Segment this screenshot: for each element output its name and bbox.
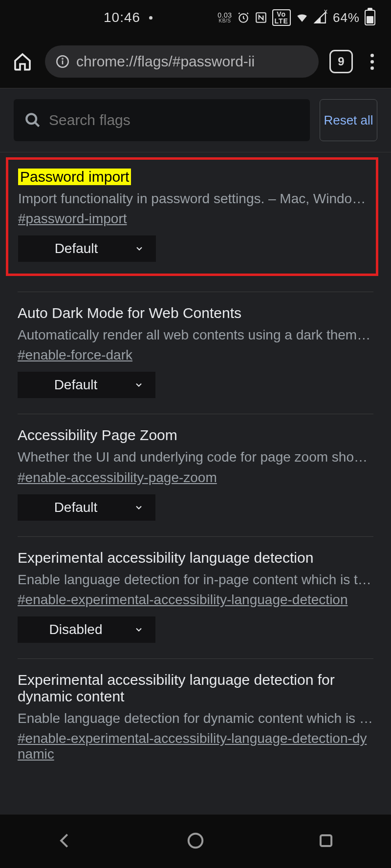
url-text: chrome://flags/#password-ii — [76, 53, 255, 70]
recents-button[interactable] — [317, 831, 335, 852]
dots-icon — [370, 54, 374, 57]
search-icon — [24, 112, 41, 128]
flag-title: Accessibility Page Zoom — [18, 427, 177, 444]
chevron-down-icon — [134, 244, 144, 254]
flags-page: Reset all Password import Import functio… — [0, 88, 391, 814]
flag-description: Enable language detection for dynamic co… — [18, 709, 373, 728]
battery-icon — [365, 10, 375, 25]
flag-accessibility-lang-detection: Experimental accessibility language dete… — [0, 537, 391, 643]
info-icon — [56, 55, 69, 68]
flag-title: Experimental accessibility language dete… — [18, 672, 373, 705]
svg-point-7 — [189, 833, 203, 847]
flag-accessibility-page-zoom: Accessibility Page Zoom Whether the UI a… — [0, 414, 391, 520]
nfc-icon — [255, 11, 267, 24]
system-nav-bar — [0, 814, 391, 868]
search-input[interactable] — [49, 112, 299, 128]
flag-description: Automatically render all web contents us… — [18, 325, 373, 344]
chevron-down-icon — [134, 380, 144, 390]
reset-all-button[interactable]: Reset all — [320, 99, 377, 141]
flag-description: Whether the UI and underlying code for p… — [18, 447, 373, 466]
flag-anchor-link[interactable]: #enable-accessibility-page-zoom — [18, 470, 217, 486]
flag-accessibility-lang-detection-dynamic: Experimental accessibility language dete… — [0, 659, 391, 771]
back-icon — [56, 831, 74, 850]
flag-select[interactable]: Default — [18, 494, 155, 521]
tab-count: 9 — [338, 55, 344, 68]
flag-anchor-link[interactable]: #enable-force-dark — [18, 347, 132, 363]
flag-anchor-link[interactable]: #enable-experimental-accessibility-langu… — [18, 731, 373, 762]
flag-password-import: Password import Import functionality in … — [6, 157, 378, 276]
square-icon — [317, 831, 335, 850]
circle-icon — [186, 831, 205, 850]
flag-auto-dark-mode: Auto Dark Mode for Web Contents Automati… — [0, 292, 391, 398]
chevron-down-icon — [134, 625, 144, 635]
flag-anchor-link[interactable]: #password-import — [18, 211, 127, 227]
flag-description: Import functionality in password setting… — [18, 189, 366, 208]
home-button-system[interactable] — [186, 831, 205, 852]
svg-point-5 — [26, 114, 36, 124]
status-time: 10:46 — [104, 10, 140, 25]
url-bar[interactable]: chrome://flags/#password-ii — [45, 45, 319, 78]
flag-title: Auto Dark Mode for Web Contents — [18, 305, 241, 321]
more-menu-button[interactable] — [364, 54, 380, 70]
chevron-down-icon — [134, 503, 144, 512]
alarm-icon — [237, 11, 250, 24]
tab-switcher-button[interactable]: 9 — [329, 50, 353, 73]
svg-point-4 — [62, 59, 63, 59]
back-button[interactable] — [56, 831, 74, 852]
notification-dot-icon — [149, 16, 152, 20]
flag-select[interactable]: Disabled — [18, 616, 155, 643]
volte-icon: VoLTE — [272, 9, 291, 26]
status-bar: 10:46 0.03 KB/S VoLTE x 64% — [0, 0, 391, 35]
browser-toolbar: chrome://flags/#password-ii 9 — [0, 35, 391, 88]
wifi-icon — [296, 11, 308, 24]
home-icon — [13, 52, 32, 71]
svg-rect-8 — [321, 835, 331, 846]
flag-title: Password import — [18, 169, 131, 185]
svg-line-6 — [35, 122, 39, 127]
search-field[interactable] — [14, 99, 310, 141]
flag-select[interactable]: Default — [18, 235, 156, 262]
signal-icon: x — [313, 11, 327, 24]
flag-description: Enable language detection for in-page co… — [18, 570, 373, 589]
home-button[interactable] — [11, 50, 34, 73]
net-speed-indicator: 0.03 KB/S — [217, 12, 232, 23]
flag-anchor-link[interactable]: #enable-experimental-accessibility-langu… — [18, 592, 348, 608]
battery-percentage: 64% — [333, 10, 360, 25]
flags-list: Password import Import functionality in … — [0, 152, 391, 814]
flag-title: Experimental accessibility language dete… — [18, 550, 313, 566]
flag-select[interactable]: Default — [18, 372, 155, 398]
